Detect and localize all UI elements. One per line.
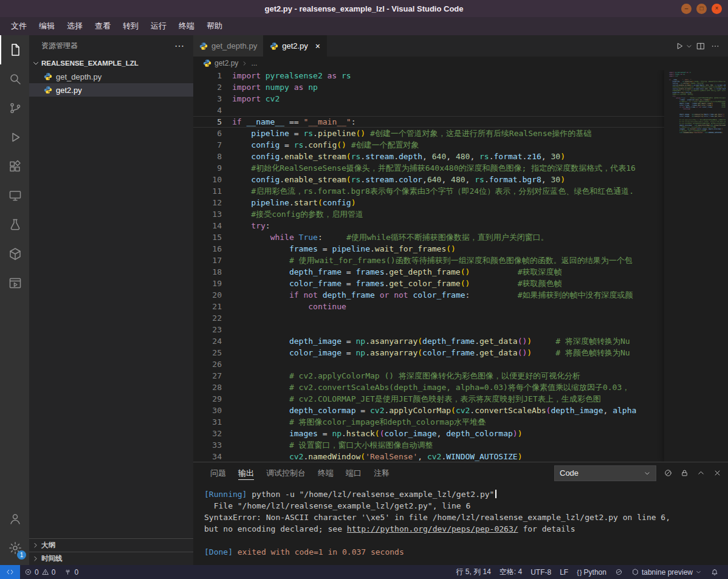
more-actions-icon[interactable] (709, 39, 722, 53)
activity-testing[interactable] (0, 210, 29, 239)
split-editor-icon[interactable] (694, 39, 707, 53)
menu-item-终端[interactable]: 终端 (173, 17, 201, 35)
line-number[interactable]: 29 (193, 393, 232, 405)
menu-item-转到[interactable]: 转到 (117, 17, 145, 35)
panel-tab-问题[interactable]: 问题 (204, 462, 232, 484)
code-line[interactable]: 34 cv2.namedWindow('RealSense', cv2.WIND… (193, 451, 728, 462)
file-get2.py[interactable]: get2.py (29, 83, 193, 97)
linter-status[interactable] (611, 565, 627, 579)
panel-tab-终端[interactable]: 终端 (312, 462, 340, 484)
close-icon[interactable]: × (315, 41, 320, 51)
line-number[interactable]: 31 (193, 416, 232, 428)
activity-remote-explorer[interactable] (0, 181, 29, 210)
line-number[interactable]: 1 (193, 70, 232, 81)
line-number[interactable]: 32 (193, 428, 232, 439)
tab-get_depth.py[interactable]: get_depth.py (193, 35, 264, 57)
clear-output-icon[interactable] (664, 468, 673, 478)
tab-get2.py[interactable]: get2.py× (264, 35, 327, 57)
panel-tab-注释[interactable]: 注释 (368, 462, 396, 484)
line-number[interactable]: 2 (193, 81, 232, 93)
code-area[interactable]: 1import pyrealsense2 as rs2import numpy … (193, 70, 728, 462)
editor[interactable]: 1import pyrealsense2 as rs2import numpy … (193, 70, 728, 462)
code-line[interactable]: 12 pipeline.start(config) (193, 197, 728, 208)
line-number[interactable]: 18 (193, 266, 232, 278)
code-line[interactable]: 3import cv2 (193, 93, 728, 104)
breadcrumb[interactable]: get2.py ... (193, 57, 728, 70)
code-line[interactable]: 23 (193, 324, 728, 335)
line-number[interactable]: 33 (193, 439, 232, 451)
code-line[interactable]: 24 depth_image = np.asanyarray(depth_fra… (193, 335, 728, 347)
maximize-button[interactable]: □ (696, 4, 707, 14)
panel-tab-输出[interactable]: 输出 (232, 462, 260, 484)
line-number[interactable]: 17 (193, 255, 232, 266)
code-line[interactable]: 5if __name__ == "__main__": (193, 116, 728, 128)
code-line[interactable]: 4 (193, 104, 728, 116)
code-line[interactable]: 2import numpy as np (193, 81, 728, 93)
code-line[interactable]: 18 depth_frame = frames.get_depth_frame(… (193, 266, 728, 278)
line-number[interactable]: 6 (193, 128, 232, 139)
code-line[interactable]: 30 depth_colormap = cv2.applyColorMap(cv… (193, 405, 728, 416)
code-line[interactable]: 8 config.enable_stream(rs.stream.depth, … (193, 151, 728, 162)
panel-tab-端口[interactable]: 端口 (340, 462, 368, 484)
line-number[interactable]: 26 (193, 358, 232, 370)
code-line[interactable]: 27 # cv2.applyColorMap () 将深度图像转化为彩色图像，以… (193, 370, 728, 382)
code-line[interactable]: 13 #接受config的参数，启用管道 (193, 208, 728, 220)
activity-search[interactable] (0, 64, 29, 94)
menu-item-文件[interactable]: 文件 (5, 17, 33, 35)
activity-source-control[interactable] (0, 94, 29, 123)
line-number[interactable]: 12 (193, 197, 232, 208)
panel-tab-调试控制台[interactable]: 调试控制台 (260, 462, 312, 484)
code-line[interactable]: 6 pipeline = rs.pipeline() #创建一个管道对象，这是进… (193, 128, 728, 139)
code-line[interactable]: 26 (193, 358, 728, 370)
close-panel-icon[interactable] (713, 468, 722, 478)
line-number[interactable]: 19 (193, 278, 232, 289)
menu-item-选择[interactable]: 选择 (61, 17, 89, 35)
file-get_depth.py[interactable]: get_depth.py (29, 70, 193, 83)
activity-live-preview[interactable] (0, 269, 29, 298)
code-line[interactable]: 29 # cv2.COLORMAP_JET是使用JET颜色映射表，表示将灰度映射… (193, 393, 728, 405)
indentation-status[interactable]: 空格: 4 (495, 565, 526, 579)
breadcrumb-symbol[interactable]: ... (251, 59, 257, 67)
ports-status[interactable]: 0 (60, 565, 83, 579)
breadcrumb-file[interactable]: get2.py (215, 59, 238, 67)
code-line[interactable]: 33 # 设置窗口，窗口大小根据图像自动调整 (193, 439, 728, 451)
line-number[interactable]: 9 (193, 162, 232, 174)
code-line[interactable]: 22 (193, 312, 728, 324)
minimap[interactable]: import pyrealsense2 as rsimport numpy as… (664, 70, 728, 462)
line-number[interactable]: 21 (193, 301, 232, 312)
line-number[interactable]: 23 (193, 324, 232, 335)
line-number[interactable]: 10 (193, 174, 232, 185)
line-number[interactable]: 7 (193, 139, 232, 151)
line-number[interactable]: 20 (193, 289, 232, 301)
code-line[interactable]: 16 frames = pipeline.wait_for_frames() (193, 243, 728, 255)
code-line[interactable]: 20 if not depth_frame or not color_frame… (193, 289, 728, 301)
code-line[interactable]: 17 # 使用wait_for_frames()函数等待捕获到一组深度和颜色图像… (193, 255, 728, 266)
output-console[interactable]: [Running] python -u "/home/lzl/realsense… (193, 484, 728, 565)
code-line[interactable]: 21 continue (193, 301, 728, 312)
line-number[interactable]: 30 (193, 405, 232, 416)
activity-account[interactable] (0, 504, 29, 533)
line-number[interactable]: 11 (193, 185, 232, 197)
chevron-down-icon[interactable] (685, 39, 693, 53)
more-actions-icon[interactable]: ⋯ (174, 40, 185, 52)
folder-root[interactable]: REALSENSE_EXAMPLE_LZL (29, 57, 193, 70)
section-时间线[interactable]: 时间线 (29, 552, 193, 565)
notifications-status[interactable] (706, 565, 723, 579)
encoding-status[interactable]: UTF-8 (526, 565, 555, 579)
line-number[interactable]: 14 (193, 220, 232, 231)
code-line[interactable]: 15 while True: #使用while循环不断捕获图像数据，直到用户关闭… (193, 231, 728, 243)
cursor-position[interactable]: 行 5, 列 14 (452, 565, 495, 579)
minimize-button[interactable]: – (681, 4, 692, 14)
menu-item-查看[interactable]: 查看 (89, 17, 117, 35)
code-line[interactable]: 32 images = np.hstack((color_image, dept… (193, 428, 728, 439)
problems-status[interactable]: 0 0 (20, 565, 60, 579)
tabnine-status[interactable]: tabnine preview (627, 565, 706, 579)
output-channel-select[interactable]: Code (554, 465, 656, 481)
code-line[interactable]: 14 try: (193, 220, 728, 231)
lock-icon[interactable] (680, 468, 689, 478)
close-button[interactable]: × (712, 4, 722, 14)
code-line[interactable]: 25 color_image = np.asanyarray(color_fra… (193, 347, 728, 358)
line-number[interactable]: 28 (193, 382, 232, 393)
run-icon[interactable] (673, 39, 686, 53)
code-line[interactable]: 7 config = rs.config() #创建一个配置对象 (193, 139, 728, 151)
